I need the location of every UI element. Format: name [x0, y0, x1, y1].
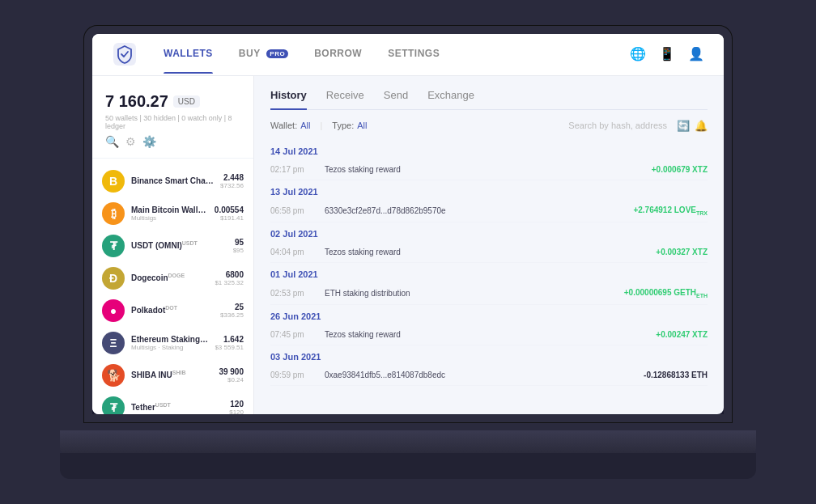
wallet-name: USDT (OMNI)USDT: [131, 240, 227, 250]
history-desc: Tezos staking reward: [325, 248, 646, 256]
nav-wallets[interactable]: WALLETS: [164, 48, 213, 61]
wallet-icon: ₿: [102, 202, 125, 225]
date-header: 14 Jul 2021: [270, 140, 708, 159]
wallet-name: SHIBA INUSHIB: [131, 370, 212, 379]
tab-exchange[interactable]: Exchange: [427, 89, 474, 109]
history-desc: 0xae93841dfb5...e814087db8edc: [325, 371, 634, 379]
history-time: 04:04 pm: [270, 248, 315, 256]
history-row[interactable]: 09:59 pm 0xae93841dfb5...e814087db8edc -…: [270, 365, 708, 386]
wallet-name: Binance Smart Chain...: [131, 176, 214, 185]
history-amount: +2.764912 LOVETRX: [633, 205, 708, 216]
filter-icon[interactable]: ⚙: [125, 135, 136, 148]
user-icon[interactable]: 👤: [688, 46, 704, 62]
wallet-qty: 6800: [215, 270, 244, 279]
wallet-sub: Multisigs · Staking: [131, 344, 208, 351]
wallet-name: TetherUSDT: [131, 402, 223, 412]
history-time: 06:58 pm: [270, 206, 315, 215]
history-desc: Tezos staking reward: [325, 165, 642, 174]
type-filter-value[interactable]: All: [357, 121, 367, 130]
history-amount: +0.00327 XTZ: [656, 248, 708, 256]
bell-icon[interactable]: 🔔: [695, 120, 708, 132]
nav-borrow[interactable]: BORROW: [314, 48, 362, 61]
history-time: 02:53 pm: [270, 289, 315, 298]
sidebar-meta: 50 wallets | 30 hidden | 0 watch only | …: [105, 114, 240, 130]
wallet-qty: 120: [229, 400, 244, 409]
history-row[interactable]: 06:58 pm 6330e3cf2e87d...d78d862b9570e +…: [270, 200, 708, 222]
search-icon[interactable]: 🔍: [105, 135, 119, 148]
wallet-icon: ₮: [102, 235, 125, 257]
date-header: 02 Jul 2021: [270, 222, 708, 242]
wallet-qty: 95: [233, 238, 244, 247]
filters-right: 🔄 🔔: [677, 120, 708, 132]
buy-badge: PRO: [266, 49, 288, 58]
phone-icon[interactable]: 📱: [659, 46, 675, 62]
currency-badge[interactable]: USD: [173, 95, 200, 108]
main-panel: History Receive Send Exchange Wallet: Al…: [254, 76, 724, 414]
refresh-icon[interactable]: 🔄: [677, 120, 690, 132]
nav-right: 🌐 📱 👤: [630, 46, 704, 62]
date-header: 01 Jul 2021: [270, 263, 708, 282]
history-desc: ETH staking distribution: [325, 289, 614, 298]
history-desc: Tezos staking reward: [325, 330, 646, 339]
date-header: 13 Jul 2021: [270, 180, 708, 200]
tab-send[interactable]: Send: [384, 89, 408, 109]
history-amount: +0.000679 XTZ: [652, 165, 708, 174]
history-row[interactable]: 04:04 pm Tezos staking reward +0.00327 X…: [270, 242, 708, 263]
history-time: 07:45 pm: [270, 330, 315, 339]
wallet-item[interactable]: ₮ USDT (OMNI)USDT 95 $95: [92, 230, 253, 262]
wallet-filter-value[interactable]: All: [300, 121, 310, 130]
filters-row: Wallet: All | Type: All Search by hash, …: [270, 120, 708, 132]
history-list: 14 Jul 2021 02:17 pm Tezos staking rewar…: [270, 140, 708, 386]
wallet-list: B Binance Smart Chain... 2.448 $732.56 ₿…: [92, 165, 253, 414]
wallet-item[interactable]: ₮ TetherUSDT 120 $120: [92, 392, 253, 414]
history-row[interactable]: 02:53 pm ETH staking distribution +0.000…: [270, 282, 708, 305]
nav-buy[interactable]: BUY PRO: [239, 48, 288, 61]
laptop-foot: [60, 453, 756, 479]
wallet-qty: 1.642: [215, 335, 244, 344]
nav-bar: WALLETS BUY PRO BORROW SETTINGS 🌐 📱 👤: [92, 34, 724, 76]
wallet-item[interactable]: Ξ Ethereum StakingETH Multisigs · Stakin…: [92, 327, 253, 359]
wallet-filter: Wallet: All: [270, 121, 310, 130]
wallet-usd: $732.56: [220, 182, 244, 189]
history-amount: +0.00000695 GETHETH: [624, 288, 708, 299]
history-row[interactable]: 07:45 pm Tezos staking reward +0.00247 X…: [270, 324, 708, 345]
app-logo: [112, 41, 138, 67]
nav-settings[interactable]: SETTINGS: [388, 48, 440, 61]
wallet-name: Ethereum StakingETH: [131, 334, 208, 344]
sidebar-actions: 🔍 ⚙ ⚙️: [105, 135, 240, 148]
wallet-usd: $95: [233, 247, 244, 254]
wallet-item[interactable]: Ð DogecoinDOGE 6800 $1 325.32: [92, 262, 253, 294]
sidebar-header: 7 160.27 USD 50 wallets | 30 hidden | 0 …: [92, 86, 253, 159]
history-row[interactable]: 02:17 pm Tezos staking reward +0.000679 …: [270, 159, 708, 180]
wallet-usd: $1 325.32: [215, 279, 244, 286]
wallet-item[interactable]: ₿ Main Bitcoin WalletBTC Multisigs 0.005…: [92, 197, 253, 230]
date-header: 26 Jun 2021: [270, 305, 708, 324]
type-filter: Type: All: [332, 121, 367, 130]
wallet-item[interactable]: 🐕 SHIBA INUSHIB 39 900 $0.24: [92, 359, 253, 392]
globe-icon[interactable]: 🌐: [630, 46, 646, 62]
tab-receive[interactable]: Receive: [326, 89, 364, 109]
history-desc: 6330e3cf2e87d...d78d862b9570e: [325, 206, 623, 215]
wallet-qty: 25: [220, 303, 244, 311]
wallet-icon: B: [102, 170, 125, 193]
wallet-usd: $120: [229, 409, 244, 414]
wallet-item[interactable]: B Binance Smart Chain... 2.448 $732.56: [92, 165, 253, 197]
wallet-usd: $0.24: [219, 376, 244, 383]
wallet-qty: 0.00554: [215, 205, 244, 214]
wallet-name: DogecoinDOGE: [131, 273, 208, 282]
content-area: 7 160.27 USD 50 wallets | 30 hidden | 0 …: [92, 76, 724, 414]
wallet-usd: $336.25: [220, 311, 244, 319]
tab-history[interactable]: History: [270, 89, 307, 109]
wallet-icon: ●: [102, 299, 125, 322]
wallet-item[interactable]: ● PolkadotDOT 25 $336.25: [92, 294, 253, 327]
wallet-icon: ₮: [102, 396, 125, 414]
history-time: 02:17 pm: [270, 165, 315, 174]
nav-items: WALLETS BUY PRO BORROW SETTINGS: [164, 48, 604, 61]
settings-icon[interactable]: ⚙️: [142, 135, 156, 148]
search-filter: Search by hash, address: [568, 121, 667, 130]
history-time: 09:59 pm: [270, 371, 315, 379]
date-header: 03 Jun 2021: [270, 345, 708, 365]
sidebar: 7 160.27 USD 50 wallets | 30 hidden | 0 …: [92, 76, 254, 414]
total-balance: 7 160.27 USD: [105, 92, 240, 111]
wallet-icon: 🐕: [102, 364, 125, 387]
